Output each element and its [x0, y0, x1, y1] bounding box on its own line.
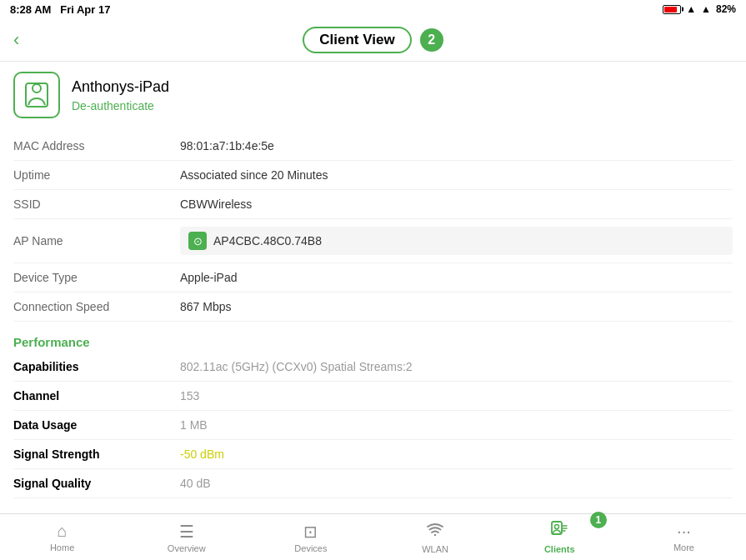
svg-point-4	[555, 525, 559, 529]
tab-home-label: Home	[50, 542, 74, 552]
cellular-icon: ▲	[701, 3, 711, 15]
battery-indicator	[663, 5, 681, 14]
status-bar: 8:28 AM Fri Apr 17 ▲ ▲ 82%	[0, 0, 746, 18]
performance-section: Capabilities 802.11ac (5GHz) (CCXv0) Spa…	[13, 352, 733, 498]
connection-speed-label: Connection Speed	[13, 300, 180, 313]
svg-point-2	[434, 534, 436, 536]
tab-more[interactable]: ··· More	[622, 518, 746, 556]
more-icon: ···	[677, 522, 691, 541]
connection-speed-value: 867 Mbps	[180, 300, 733, 313]
device-type-value: Apple-iPad	[180, 271, 733, 284]
device-svg-icon	[22, 80, 52, 110]
channel-row: Channel 153	[13, 382, 733, 411]
tab-devices-label: Devices	[294, 543, 327, 553]
device-name-block: Anthonys-iPad De-authenticate	[72, 78, 169, 112]
tab-clients-label: Clients	[544, 544, 575, 554]
ssid-label: SSID	[13, 198, 180, 211]
signal-quality-row: Signal Quality 40 dB	[13, 469, 733, 498]
device-icon	[13, 72, 60, 118]
battery-percent: 82%	[716, 3, 736, 15]
mac-value: 98:01:a7:1b:4e:5e	[180, 139, 733, 152]
mac-label: MAC Address	[13, 139, 180, 152]
deauthenticate-button[interactable]: De-authenticate	[72, 99, 169, 112]
data-usage-value: 1 MB	[180, 418, 733, 432]
capabilities-row: Capabilities 802.11ac (5GHz) (CCXv0) Spa…	[13, 352, 733, 382]
wlan-icon	[426, 520, 444, 542]
ssid-row: SSID CBWWireless	[13, 190, 733, 219]
status-time-date: 8:28 AM Fri Apr 17	[10, 3, 110, 16]
tab-devices[interactable]: ⊡ Devices	[248, 518, 373, 557]
header-title-wrapper: Client View 2	[303, 27, 443, 53]
uptime-label: Uptime	[13, 168, 180, 182]
tab-overview-label: Overview	[168, 543, 206, 553]
mac-address-row: MAC Address 98:01:a7:1b:4e:5e	[13, 132, 733, 161]
performance-title: Performance	[13, 325, 733, 352]
tab-more-label: More	[673, 542, 694, 552]
signal-strength-label: Signal Strength	[13, 448, 180, 461]
signal-quality-value: 40 dB	[180, 477, 733, 490]
uptime-row: Uptime Associated since 20 Minutes	[13, 161, 733, 190]
device-name: Anthonys-iPad	[72, 78, 169, 96]
info-section: MAC Address 98:01:a7:1b:4e:5e Uptime Ass…	[13, 132, 733, 322]
home-icon: ⌂	[58, 522, 68, 541]
ap-name-row: AP Name ⊙ AP4CBC.48C0.74B8	[13, 219, 733, 263]
capabilities-label: Capabilities	[13, 360, 180, 373]
data-usage-row: Data Usage 1 MB	[13, 411, 733, 440]
clients-badge: 1	[590, 512, 607, 528]
svg-point-1	[33, 84, 41, 92]
wifi-signal-icon: ▲	[686, 3, 696, 15]
signal-quality-label: Signal Quality	[13, 477, 180, 490]
uptime-value: Associated since 20 Minutes	[180, 168, 733, 182]
tab-home[interactable]: ⌂ Home	[0, 518, 124, 556]
tab-bar: ⌂ Home ☰ Overview ⊡ Devices WLAN 1	[0, 513, 746, 560]
device-type-label: Device Type	[13, 271, 180, 284]
data-usage-label: Data Usage	[13, 418, 180, 432]
device-header: Anthonys-iPad De-authenticate	[13, 72, 733, 118]
main-content: Anthonys-iPad De-authenticate MAC Addres…	[0, 62, 746, 513]
ap-icon: ⊙	[188, 232, 207, 250]
channel-value: 153	[180, 389, 733, 402]
back-button[interactable]: ‹	[13, 29, 19, 51]
header: ‹ Client View 2	[0, 18, 746, 62]
channel-label: Channel	[13, 389, 180, 402]
device-type-row: Device Type Apple-iPad	[13, 263, 733, 292]
tab-overview[interactable]: ☰ Overview	[124, 518, 248, 557]
header-badge: 2	[420, 28, 443, 52]
signal-strength-row: Signal Strength -50 dBm	[13, 440, 733, 469]
overview-icon: ☰	[179, 522, 194, 542]
tab-wlan-label: WLAN	[422, 544, 448, 554]
clients-icon	[550, 520, 568, 542]
tab-wlan[interactable]: WLAN	[373, 517, 498, 558]
connection-speed-row: Connection Speed 867 Mbps	[13, 292, 733, 322]
status-indicators: ▲ ▲ 82%	[663, 3, 736, 15]
ap-name-label: AP Name	[13, 234, 180, 248]
ap-name-value: ⊙ AP4CBC.48C0.74B8	[180, 227, 733, 255]
devices-icon: ⊡	[303, 522, 318, 542]
ssid-value: CBWWireless	[180, 198, 733, 211]
signal-strength-value: -50 dBm	[180, 448, 733, 461]
page-title: Client View	[303, 27, 411, 53]
tab-clients[interactable]: 1 Clients	[498, 517, 622, 558]
battery-fill	[664, 7, 677, 12]
capabilities-value: 802.11ac (5GHz) (CCXv0) Spatial Streams:…	[180, 360, 733, 373]
